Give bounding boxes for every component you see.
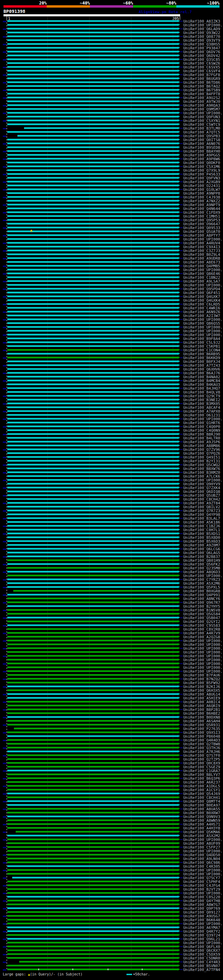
hit-alignment-bar[interactable]: [7, 81, 178, 83]
hit-alignment-bar[interactable]: [7, 108, 178, 110]
hit-alignment-bar[interactable]: [7, 724, 178, 725]
hit-alignment-bar[interactable]: [7, 720, 178, 722]
hit-alignment-bar[interactable]: [7, 617, 178, 619]
hit-alignment-bar[interactable]: [7, 571, 178, 573]
hit-alignment-bar[interactable]: [7, 59, 178, 60]
hit-alignment-bar[interactable]: [7, 330, 178, 332]
hit-alignment-bar[interactable]: [7, 307, 178, 309]
hit-alignment-bar[interactable]: [7, 689, 178, 691]
hit-alignment-bar[interactable]: [7, 337, 178, 339]
hit-alignment-bar[interactable]: [7, 479, 178, 481]
hit-alignment-bar[interactable]: [7, 708, 178, 710]
hit-alignment-bar[interactable]: [7, 253, 178, 255]
hit-alignment-bar[interactable]: [7, 628, 178, 630]
hit-alignment-bar[interactable]: [7, 154, 178, 156]
hit-alignment-bar[interactable]: [7, 552, 178, 554]
hit-alignment-bar[interactable]: [7, 299, 178, 301]
hit-alignment-bar[interactable]: [7, 923, 178, 924]
hit-alignment-bar[interactable]: [7, 586, 178, 588]
hit-alignment-bar[interactable]: [7, 601, 178, 603]
hit-alignment-bar[interactable]: [7, 494, 178, 496]
hit-alignment-bar[interactable]: [7, 334, 178, 336]
hit-alignment-bar[interactable]: [7, 188, 178, 190]
hit-alignment-bar[interactable]: [7, 123, 178, 125]
hit-alignment-bar[interactable]: [14, 728, 178, 729]
hit-alignment-bar[interactable]: [7, 705, 178, 706]
hit-alignment-bar[interactable]: [13, 590, 178, 592]
hit-alignment-bar[interactable]: [7, 143, 178, 144]
hit-alignment-bar[interactable]: [7, 536, 178, 538]
hit-alignment-bar[interactable]: [7, 567, 178, 569]
hit-alignment-bar[interactable]: [7, 89, 178, 91]
hit-alignment-bar[interactable]: [7, 131, 178, 133]
hit-alignment-bar[interactable]: [7, 395, 178, 397]
hit-alignment-bar[interactable]: [7, 357, 178, 358]
hit-alignment-bar[interactable]: [7, 521, 178, 523]
hit-alignment-bar[interactable]: [7, 598, 178, 599]
hit-alignment-bar[interactable]: [7, 579, 178, 580]
hit-alignment-bar[interactable]: [7, 792, 178, 794]
hit-alignment-bar[interactable]: [7, 223, 178, 224]
hit-alignment-bar[interactable]: [7, 250, 178, 251]
hit-alignment-bar[interactable]: [7, 823, 178, 825]
hit-alignment-bar[interactable]: [7, 881, 178, 882]
hit-alignment-bar[interactable]: [7, 208, 178, 209]
hit-alignment-bar[interactable]: [7, 819, 178, 821]
hit-alignment-bar[interactable]: [7, 311, 178, 313]
hit-alignment-bar[interactable]: [7, 674, 178, 676]
hit-alignment-bar[interactable]: [7, 953, 178, 955]
hit-alignment-bar[interactable]: [7, 212, 178, 213]
hit-alignment-bar[interactable]: [7, 234, 178, 236]
hit-alignment-bar[interactable]: [7, 196, 178, 198]
hit-alignment-bar[interactable]: [7, 762, 178, 764]
hit-alignment-bar[interactable]: [7, 66, 178, 68]
hit-alignment-bar[interactable]: [7, 812, 178, 813]
hit-alignment-bar[interactable]: [7, 697, 178, 699]
hit-alignment-bar[interactable]: [7, 173, 178, 175]
hit-alignment-bar[interactable]: [7, 326, 178, 328]
hit-alignment-bar[interactable]: [7, 119, 178, 121]
hit-alignment-bar[interactable]: [7, 464, 178, 466]
hit-alignment-bar[interactable]: [7, 804, 178, 806]
hit-alignment-bar[interactable]: [7, 934, 178, 936]
hit-alignment-bar[interactable]: [7, 246, 178, 248]
hit-alignment-bar[interactable]: [7, 452, 178, 454]
hit-alignment-bar[interactable]: [7, 318, 178, 320]
hit-alignment-bar[interactable]: [7, 835, 178, 837]
hit-alignment-bar[interactable]: [7, 797, 178, 798]
hit-alignment-bar[interactable]: [7, 100, 178, 102]
hit-alignment-bar[interactable]: [7, 292, 178, 293]
hit-alignment-bar[interactable]: [7, 919, 178, 921]
hit-alignment-bar[interactable]: [7, 372, 178, 374]
hit-alignment-bar[interactable]: [7, 624, 178, 626]
hit-alignment-bar[interactable]: [7, 800, 178, 802]
hit-alignment-bar[interactable]: [7, 269, 178, 270]
hit-alignment-bar[interactable]: [7, 739, 178, 741]
hit-alignment-bar[interactable]: [7, 433, 178, 435]
hit-alignment-bar[interactable]: [7, 158, 178, 159]
hit-alignment-bar[interactable]: [7, 303, 178, 305]
hit-alignment-bar[interactable]: [7, 766, 178, 768]
hit-alignment-bar[interactable]: [7, 47, 178, 49]
hit-alignment-bar[interactable]: [7, 838, 178, 840]
hit-alignment-bar[interactable]: [7, 93, 178, 95]
hit-alignment-bar[interactable]: [7, 548, 178, 550]
hit-alignment-bar[interactable]: [7, 735, 178, 737]
hit-alignment-bar[interactable]: [7, 594, 178, 595]
hit-alignment-bar[interactable]: [7, 957, 178, 959]
hit-alignment-bar[interactable]: [7, 265, 178, 267]
hit-alignment-bar[interactable]: [7, 693, 178, 695]
hit-alignment-bar[interactable]: [7, 437, 178, 439]
hit-alignment-bar[interactable]: [7, 169, 178, 171]
hit-alignment-bar[interactable]: [7, 238, 178, 240]
hit-alignment-bar[interactable]: [7, 441, 178, 442]
hit-alignment-bar[interactable]: [7, 204, 178, 205]
hit-alignment-bar[interactable]: [7, 529, 178, 530]
hit-alignment-bar[interactable]: [7, 181, 178, 183]
hit-alignment-bar[interactable]: [7, 670, 178, 672]
hit-alignment-bar[interactable]: [7, 647, 178, 649]
hit-alignment-bar[interactable]: [7, 104, 178, 106]
hit-alignment-bar[interactable]: [7, 620, 178, 622]
hit-alignment-bar[interactable]: [7, 341, 178, 343]
hit-alignment-bar[interactable]: [7, 43, 178, 45]
